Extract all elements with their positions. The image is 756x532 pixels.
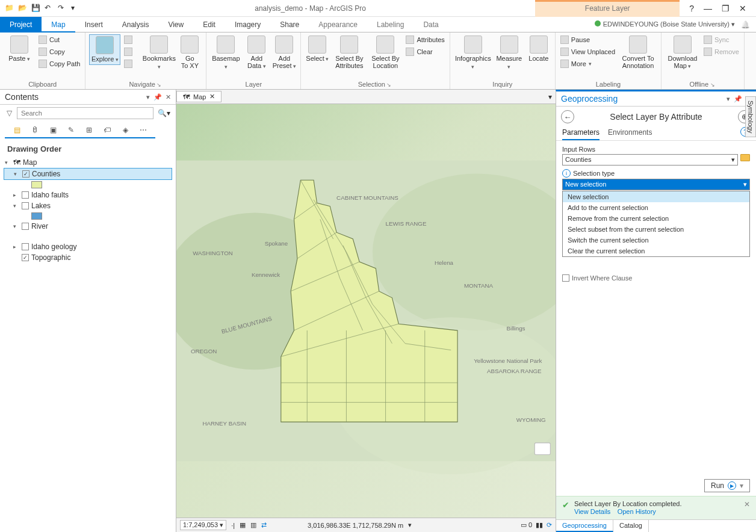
bottom-tab-geoprocessing[interactable]: Geoprocessing [556, 520, 613, 532]
view-details-link[interactable]: View Details [574, 508, 610, 515]
close-pane-icon[interactable]: ✕ [166, 93, 171, 101]
gp-pin-icon[interactable]: 📌 [734, 95, 742, 103]
paste-button[interactable]: Paste [4, 34, 35, 64]
tree-swatch-counties[interactable] [4, 180, 172, 190]
tree-item-idaho-geology[interactable]: ▸Idaho geology [4, 241, 172, 252]
remove-button[interactable]: Remove [702, 46, 740, 57]
tab-map[interactable]: Map [42, 17, 75, 32]
explore-button[interactable]: Explore [89, 34, 120, 65]
tab-insert[interactable]: Insert [75, 17, 113, 32]
option-select-subset[interactable]: Select subset from the current selection [563, 224, 749, 235]
tree-item-counties[interactable]: ▾✓Counties [4, 168, 172, 180]
copy-path-button[interactable]: Copy Path [37, 58, 81, 69]
invert-where-clause[interactable]: Invert Where Clause [562, 274, 750, 282]
input-rows-field[interactable]: Counties▾ [562, 154, 738, 165]
pane-menu-icon[interactable]: ▾ [146, 93, 150, 101]
selection-type-dropdown[interactable]: New selection▾ New selection Add to the … [562, 179, 750, 190]
map-canvas[interactable]: WASHINGTON Spokane OREGON MONTANA Helena… [176, 104, 556, 518]
open-project-icon[interactable]: 📂 [18, 4, 28, 13]
tab-share[interactable]: Share [270, 17, 309, 32]
tab-parameters[interactable]: Parameters [562, 127, 600, 140]
checkbox-icon[interactable] [562, 274, 569, 282]
run-button[interactable]: Run ▶ ▾ [704, 479, 750, 492]
add-preset-button[interactable]: Add Preset [271, 34, 297, 71]
locate-button[interactable]: Locate [526, 34, 551, 63]
redo-icon[interactable]: ↷ [58, 4, 67, 13]
add-data-button[interactable]: Add Data [244, 34, 269, 71]
open-history-link[interactable]: Open History [618, 508, 656, 515]
tree-item-lakes[interactable]: ▾Lakes [4, 200, 172, 211]
search-input[interactable] [17, 107, 153, 119]
user-account[interactable]: EDWINDEYOUNG (Boise State University) ▾ [595, 20, 735, 28]
measure-button[interactable]: Measure [495, 34, 524, 72]
navigate-launcher-icon[interactable]: ↘ [155, 82, 163, 88]
list-by-selection-icon[interactable]: ▣ [47, 124, 59, 136]
option-remove-from-selection[interactable]: Remove from the current selection [563, 213, 749, 224]
clear-button[interactable]: Clear [404, 46, 445, 57]
qat-customize-icon[interactable]: ▾ [71, 4, 81, 13]
tree-map-root[interactable]: ▾🗺Map [4, 157, 172, 168]
bottom-tab-catalog[interactable]: Catalog [613, 520, 649, 532]
checkbox-icon[interactable]: ✓ [22, 254, 29, 261]
select-by-attributes-button[interactable]: Select By Attributes [332, 34, 366, 70]
option-new-selection[interactable]: New selection [563, 191, 749, 202]
previous-extent-button[interactable] [123, 58, 141, 69]
option-add-to-selection[interactable]: Add to the current selection [563, 202, 749, 213]
convert-to-annotation-button[interactable]: Convert To Annotation [619, 34, 657, 70]
tab-project[interactable]: Project [0, 17, 42, 32]
cut-button[interactable]: Cut [37, 34, 81, 45]
checkbox-icon[interactable]: ✓ [22, 170, 29, 178]
help-icon[interactable]: ? [689, 4, 694, 13]
tree-item-topographic[interactable]: ▸✓Topographic [4, 252, 172, 263]
download-map-button[interactable]: Download Map [665, 34, 700, 71]
list-by-labeling-icon[interactable]: 🏷 [101, 124, 113, 136]
selection-chip[interactable]: ▭ 0 [521, 521, 532, 529]
full-extent-button[interactable] [123, 34, 141, 45]
browse-icon[interactable] [740, 154, 750, 161]
list-by-perspective-icon[interactable]: ◈ [119, 124, 131, 136]
view-unplaced-button[interactable]: View Unplaced [559, 46, 616, 57]
close-icon[interactable]: ✕ [739, 4, 746, 13]
tab-view[interactable]: View [158, 17, 193, 32]
fixed-zoom-in-button[interactable] [123, 46, 141, 57]
sync-button[interactable]: Sync [702, 34, 740, 45]
view-menu-icon[interactable]: ▾ [548, 93, 556, 101]
symbology-tab[interactable]: Symbology [745, 96, 756, 137]
goto-xy-button[interactable]: Go To XY [177, 34, 202, 70]
selection-launcher-icon[interactable]: ↘ [385, 82, 393, 88]
more-tools-icon[interactable]: ⋯ [137, 124, 149, 136]
constraint-icon-2[interactable]: ▥ [250, 521, 256, 529]
undo-icon[interactable]: ↶ [45, 4, 54, 13]
close-map-tab-icon[interactable]: ✕ [209, 93, 215, 101]
tree-item-idaho-faults[interactable]: ▸Idaho faults [4, 190, 172, 200]
pause-drawing-icon[interactable]: ▮▮ [536, 521, 543, 529]
tab-environments[interactable]: Environments [608, 127, 652, 140]
filter-icon[interactable]: ▽ [4, 107, 14, 119]
list-by-source-icon[interactable]: 🛢 [29, 124, 41, 136]
constraint-icon-1[interactable]: ▦ [240, 521, 246, 529]
search-icon[interactable]: 🔍▾ [156, 107, 172, 119]
coords-menu-icon[interactable]: ▾ [408, 521, 412, 529]
restore-icon[interactable]: ❐ [722, 4, 730, 13]
tab-labeling[interactable]: Labeling [367, 17, 414, 32]
attributes-button[interactable]: Attributes [404, 34, 445, 45]
checkbox-icon[interactable] [22, 243, 29, 250]
dismiss-status-icon[interactable]: ✕ [744, 500, 750, 509]
checkbox-icon[interactable] [22, 202, 29, 209]
refresh-icon[interactable]: ⟳ [547, 521, 552, 529]
basemap-button[interactable]: Basemap [210, 34, 241, 72]
snap-icon[interactable]: ⇄ [261, 521, 267, 529]
back-button[interactable]: ← [561, 110, 574, 123]
run-menu-icon[interactable]: ▾ [740, 481, 743, 490]
map-view-tab[interactable]: 🗺 Map ✕ [176, 91, 222, 102]
tab-appearance[interactable]: Appearance [309, 17, 367, 32]
save-icon[interactable]: 💾 [31, 4, 41, 13]
gp-pane-menu-icon[interactable]: ▾ [727, 95, 730, 103]
tab-analysis[interactable]: Analysis [113, 17, 159, 32]
tab-data[interactable]: Data [414, 17, 448, 32]
tab-imagery[interactable]: Imagery [225, 17, 270, 32]
offline-launcher-icon[interactable]: ↘ [708, 82, 716, 88]
more-labeling-button[interactable]: More [559, 58, 616, 69]
list-by-editing-icon[interactable]: ✎ [65, 124, 77, 136]
checkbox-icon[interactable] [22, 223, 29, 230]
